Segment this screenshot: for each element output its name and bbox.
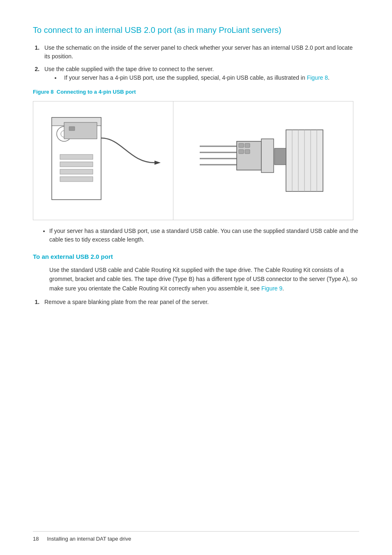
step-2-text: Use the cable supplied with the tape dri… (44, 66, 214, 72)
svg-rect-19 (245, 150, 250, 154)
svg-rect-5 (60, 162, 93, 167)
step-1-text: Use the schematic on the inside of the s… (44, 44, 353, 60)
steps-list: Use the schematic on the inside of the s… (41, 44, 359, 82)
sub-heading-external: To an external USB 2.0 port (33, 252, 359, 262)
svg-rect-16 (239, 143, 244, 147)
step-1: Use the schematic on the inside of the s… (41, 44, 359, 61)
footer: 18 Installing an internal DAT tape drive (33, 531, 359, 543)
usb-connector-illustration (196, 105, 331, 216)
step-2: Use the cable supplied with the tape dri… (41, 65, 359, 82)
figure-right (173, 101, 353, 220)
sub-step-1: Remove a spare blanking plate from the r… (41, 298, 359, 306)
sub-steps-list: Remove a spare blanking plate from the r… (41, 298, 359, 306)
svg-rect-7 (60, 177, 93, 182)
sub-paragraph-container: Use the standard USB cable and Cable Rou… (49, 265, 359, 293)
figure-8-link[interactable]: Figure 8 (307, 74, 328, 81)
page: To connect to an internal USB 2.0 port (… (0, 0, 392, 555)
bullet-2-text: If your server has a standard USB port, … (49, 228, 358, 243)
bullet-2: If your server has a standard USB port, … (49, 227, 359, 244)
svg-rect-10 (69, 127, 75, 131)
svg-rect-27 (274, 148, 286, 165)
figure-8-label: Figure 8 Connecting to a 4-pin USB port (33, 88, 359, 96)
svg-rect-8 (64, 122, 97, 139)
footer-text: Installing an internal DAT tape drive (47, 535, 131, 543)
sub-bullets: If your server has a 4-pin USB port, use… (61, 74, 359, 82)
figure-9-link[interactable]: Figure 9 (261, 285, 282, 292)
main-heading: To connect to an internal USB 2.0 port (… (33, 25, 359, 35)
svg-rect-4 (60, 154, 93, 159)
bullet-1: If your server has a 4-pin USB port, use… (61, 74, 359, 82)
sub-step-1-text: Remove a spare blanking plate from the r… (44, 299, 209, 305)
svg-rect-20 (261, 139, 274, 173)
server-illustration (39, 105, 167, 216)
figure-8-container (33, 101, 353, 220)
svg-marker-9 (154, 161, 161, 165)
svg-rect-18 (239, 150, 244, 154)
svg-rect-6 (60, 169, 93, 174)
svg-rect-17 (245, 143, 250, 147)
sub-paragraph: Use the standard USB cable and Cable Rou… (49, 265, 359, 293)
bullet-1-text: If your server has a 4-pin USB port, use… (64, 74, 330, 81)
figure-left (33, 101, 173, 220)
footer-page-number: 18 (33, 535, 39, 543)
bullet-list-2: If your server has a standard USB port, … (49, 227, 359, 244)
sub-paragraph-text: Use the standard USB cable and Cable Rou… (49, 267, 357, 292)
figure-8-inner (33, 101, 353, 220)
